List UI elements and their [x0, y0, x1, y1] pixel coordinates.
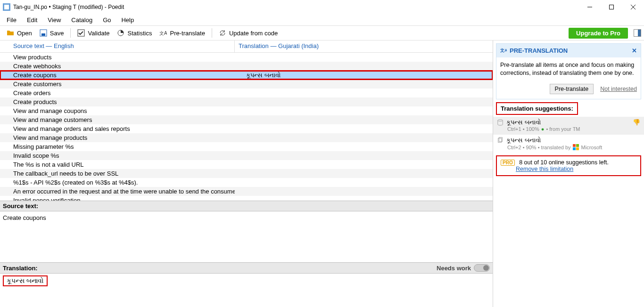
toolbar-separator: [212, 28, 212, 38]
pre-translation-body: Pre-translate all items at once and focu…: [496, 57, 641, 81]
close-icon[interactable]: ✕: [632, 47, 637, 54]
thumbs-down-icon[interactable]: 👎: [633, 119, 640, 126]
source-cell: The callback_url needs to be over SSL: [0, 170, 235, 177]
check-icon: [77, 29, 85, 37]
source-cell: An error occurred in the request and at …: [0, 188, 235, 195]
suggestion-item[interactable]: કૂપન્સ બનાવો Ctrl+2 • 90% • translated b…: [493, 135, 644, 154]
table-row[interactable]: The callback_url needs to be over SSL: [0, 169, 493, 178]
table-row[interactable]: View and manage products: [0, 133, 493, 142]
toolbar: Open Save Validate Statistics 文A Pre-tra…: [0, 25, 644, 40]
pie-chart-icon: [117, 29, 124, 37]
pro-badge: PRO: [501, 160, 515, 166]
table-row[interactable]: An error occurred in the request and at …: [0, 187, 493, 196]
table-row[interactable]: Missing parameter %s: [0, 142, 493, 151]
table-row[interactable]: Create webhooks: [0, 62, 493, 71]
table-row[interactable]: The %s is not a valid URL: [0, 160, 493, 169]
source-cell: Missing parameter %s: [0, 143, 235, 150]
pro-limitation-box: PRO 8 out of 10 online suggestions left.…: [496, 155, 641, 176]
svg-rect-1: [4, 5, 9, 9]
table-row[interactable]: Create products: [0, 97, 493, 106]
source-cell: Create webhooks: [0, 63, 235, 70]
minimize-button[interactable]: [579, 0, 601, 14]
pre-translation-title: PRE-TRANSLATION: [510, 47, 568, 54]
table-row[interactable]: View and manage customers: [0, 115, 493, 124]
microsoft-icon: [573, 144, 579, 151]
suggestion-text: કૂપન્સ બનાવો: [506, 137, 541, 144]
translation-label: Translation:: [3, 265, 38, 272]
pretranslate-label: Pre-translate: [170, 30, 205, 37]
update-from-code-button[interactable]: Update from code: [215, 28, 281, 38]
source-text-display: Create coupons: [0, 211, 493, 262]
close-button[interactable]: [622, 0, 644, 14]
suggestion-text: કૂપન્સ બનાવો: [506, 119, 541, 126]
app-icon: [3, 3, 10, 11]
suggestion-meta-source: • from your TM: [546, 126, 580, 132]
svg-rect-7: [41, 33, 45, 36]
list-header: Source text — English Translation — Guja…: [0, 40, 493, 53]
table-row[interactable]: Create customers: [0, 80, 493, 89]
table-row[interactable]: View and manage coupons: [0, 106, 493, 115]
table-row[interactable]: View products: [0, 53, 493, 62]
table-row[interactable]: Create couponsકૂપન્સ બનાવો: [0, 71, 493, 80]
save-label: Save: [50, 30, 64, 37]
menu-view[interactable]: View: [43, 16, 66, 24]
source-cell: Create products: [0, 98, 235, 105]
suggestion-meta: Ctrl+1 • 100%: [507, 126, 539, 132]
toolbar-separator: [70, 28, 71, 38]
pretranslate-button[interactable]: 文A Pre-translate: [156, 28, 208, 38]
table-row[interactable]: Invalid scope %s: [0, 151, 493, 160]
validate-button[interactable]: Validate: [74, 28, 113, 38]
pre-translation-panel: 文A PRE-TRANSLATION ✕ Pre-translate all i…: [496, 43, 641, 99]
table-row[interactable]: Invalid nonce verification: [0, 196, 493, 201]
database-icon: [497, 119, 504, 126]
save-button[interactable]: Save: [36, 28, 68, 38]
suggestion-item[interactable]: કૂપન્સ બનાવો 👎 Ctrl+1 • 100% ● • from yo…: [493, 117, 644, 135]
remove-limitation-link[interactable]: Remove this limitation: [516, 166, 636, 172]
table-row[interactable]: Create orders: [0, 89, 493, 97]
not-interested-link[interactable]: Not interested: [600, 86, 637, 92]
main-pane: Source text — English Translation — Guja…: [0, 40, 493, 307]
source-cell: Invalid nonce verification: [0, 197, 235, 201]
open-label: Open: [17, 30, 32, 37]
update-label: Update from code: [229, 30, 278, 37]
svg-rect-3: [610, 5, 614, 9]
pre-translate-action-button[interactable]: Pre-translate: [550, 84, 594, 94]
table-row[interactable]: %1$s - API %2$s (created on %3$s at %4$s…: [0, 178, 493, 187]
menu-go[interactable]: Go: [98, 16, 116, 24]
upgrade-to-pro-button[interactable]: Upgrade to Pro: [569, 28, 628, 39]
statistics-button[interactable]: Statistics: [113, 28, 156, 38]
pro-text: 8 out of 10 online suggestions left.: [519, 159, 609, 166]
source-text-label: Source text:: [0, 201, 493, 211]
menu-file[interactable]: File: [2, 16, 21, 24]
menu-catalog[interactable]: Catalog: [66, 16, 97, 24]
translate-icon: 文A: [500, 47, 507, 55]
title-bar: Tan-gu_IN.po • Staging T (modified) - Po…: [0, 0, 644, 14]
column-translation[interactable]: Translation — Gujarati (India): [235, 40, 493, 52]
refresh-icon: [219, 29, 226, 37]
source-cell: View products: [0, 54, 235, 61]
needs-work-toggle[interactable]: [474, 264, 490, 272]
source-cell: The %s is not a valid URL: [0, 161, 235, 168]
translation-value: કૂપન્સ બનાવો: [3, 275, 48, 286]
suggestion-meta: Ctrl+2 • 90% • translated by: [507, 145, 571, 150]
translation-list[interactable]: View productsCreate webhooksCreate coupo…: [0, 53, 493, 201]
source-cell: View and manage customers: [0, 116, 235, 123]
menu-help[interactable]: Help: [116, 16, 139, 24]
check-icon: ●: [541, 126, 545, 132]
menu-bar: File Edit View Catalog Go Help: [0, 14, 644, 25]
svg-text:文A: 文A: [159, 31, 167, 36]
source-cell: Create customers: [0, 81, 235, 88]
maximize-button[interactable]: [601, 0, 622, 14]
translation-input[interactable]: કૂપન્સ બનાવો: [0, 274, 493, 301]
copy-icon: [497, 137, 504, 144]
needs-work-label: Needs work: [437, 265, 471, 272]
suggestion-provider: Microsoft: [581, 145, 603, 150]
source-cell: Create coupons: [0, 72, 235, 79]
toggle-sidebar-button[interactable]: [634, 29, 641, 37]
menu-edit[interactable]: Edit: [22, 16, 42, 24]
svg-point-12: [498, 120, 503, 121]
column-source[interactable]: Source text — English: [0, 40, 235, 52]
table-row[interactable]: View and manage orders and sales reports: [0, 124, 493, 133]
open-button[interactable]: Open: [3, 28, 36, 38]
source-cell: %1$s - API %2$s (created on %3$s at %4$s…: [0, 179, 235, 186]
